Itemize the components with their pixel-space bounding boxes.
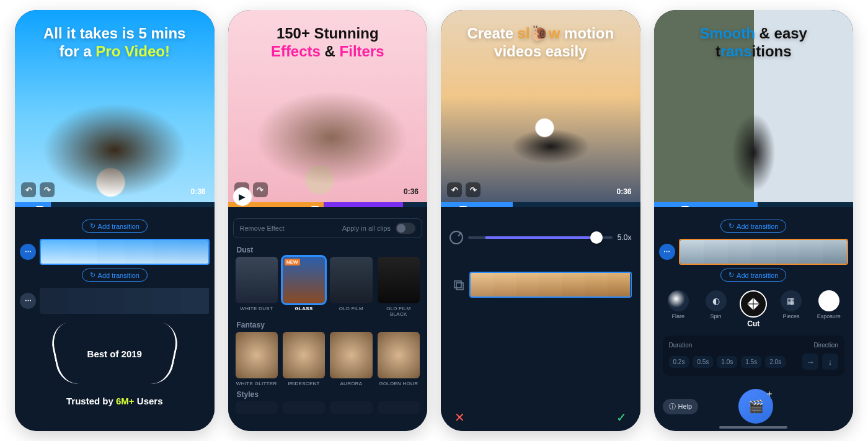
remove-effect-button[interactable]: Remove Effect (240, 225, 285, 232)
duration-0.2s[interactable]: 0.2s (669, 356, 689, 368)
effects-row-fantasy: WHITE GLITTER IRIDESCENT AURORA GOLDEN H… (233, 332, 423, 386)
pieces-icon: ▦ (781, 290, 802, 311)
clip-options-button-2[interactable]: ⋯ (20, 293, 36, 309)
add-transition-button-2[interactable]: ↻ Add transition (720, 269, 786, 282)
section-fantasy: Fantasy (237, 321, 423, 329)
speed-slider[interactable] (468, 236, 613, 239)
home-indicator (719, 426, 787, 429)
clip-row: ⋯ (659, 239, 849, 265)
trusted-text: Trusted by 6M+ Users (66, 396, 163, 406)
effect-white-dust[interactable]: WHITE DUST (236, 257, 278, 317)
play-button[interactable]: ▶ (233, 187, 252, 206)
clip-row-1: ⋯ (20, 239, 210, 265)
duration-1.5s[interactable]: 1.5s (741, 356, 761, 368)
effect-glass[interactable]: NEWGLASS (283, 257, 325, 317)
editor-panel-3: 5.0x ✕ ✓ (441, 207, 640, 431)
duration-2.0s[interactable]: 2.0s (765, 356, 786, 368)
confirm-button[interactable]: ✓ (616, 410, 627, 425)
effect-iridescent[interactable]: IRIDESCENT (283, 332, 325, 386)
direction-down[interactable]: ↓ (822, 354, 838, 370)
timeline-track[interactable] (228, 202, 428, 207)
undo-redo: ↶ ↷ (21, 182, 55, 197)
effect-white-glitter[interactable]: WHITE GLITTER (236, 332, 278, 386)
transition-flare[interactable]: Flare (663, 290, 694, 319)
undo-button[interactable]: ↶ (447, 182, 462, 197)
effect-old-film-black[interactable]: OLD FILM BLACK (378, 257, 420, 317)
transition-cut[interactable]: Cut (738, 290, 769, 328)
add-transition-button[interactable]: ↻ Add transition (82, 220, 148, 233)
editor-panel-4: ↻ Add transition ⋯ ↻ Add transition Flar… (654, 207, 854, 431)
redo-button[interactable]: ↷ (253, 182, 268, 197)
timeline-track[interactable] (15, 202, 215, 207)
effect-aurora[interactable]: AURORA (330, 332, 372, 386)
effect-toolbar: Remove Effect Apply in all clips (233, 218, 423, 238)
clip-row-2: ⋯ (20, 288, 210, 314)
hero-line1: 150+ Stunning (277, 25, 379, 43)
apply-all-label: Apply in all clips (342, 225, 391, 232)
hero-line2: transitions (715, 43, 792, 61)
svg-rect-3 (454, 281, 461, 288)
timecode: 0:36 (404, 187, 418, 196)
editor-panel-2: ▶ Remove Effect Apply in all clips Dust … (228, 207, 428, 431)
timecode: 0:36 (190, 187, 205, 196)
hero-line2: videos easily (494, 43, 587, 61)
plus-icon: ＋ (765, 388, 774, 399)
direction-right[interactable]: → (802, 354, 818, 370)
filmstrip[interactable] (469, 272, 632, 298)
filmstrip-1[interactable] (40, 239, 210, 265)
section-dust: Dust (237, 246, 423, 254)
hero-line1: Smooth & easy (700, 25, 807, 43)
editor-panel-1: ↻ Add transition ⋯ ↻ Add transition ⋯ (15, 207, 215, 431)
hero-line1: All it takes is 5 mins (43, 25, 185, 43)
effects-row-dust: WHITE DUST NEWGLASS OLD FILM OLD FILM BL… (233, 257, 423, 317)
transition-exposure[interactable]: Exposure (813, 290, 844, 319)
confirm-row: ✕ ✓ (441, 410, 640, 425)
duration-0.5s[interactable]: 0.5s (693, 356, 713, 368)
clip-options-button[interactable]: ⋯ (20, 244, 36, 260)
screenshot-4: Smooth & easy transitions ↻ Add transiti… (654, 10, 854, 431)
award-text: Best of 2019 (87, 349, 142, 359)
add-transition-button[interactable]: ↻ Add transition (720, 220, 786, 233)
effect-golden-hour[interactable]: GOLDEN HOUR (378, 332, 420, 386)
duration-1.0s[interactable]: 1.0s (717, 356, 737, 368)
transition-pieces[interactable]: ▦Pieces (776, 290, 807, 319)
cut-icon (740, 290, 767, 318)
speed-dial-icon (450, 231, 463, 244)
undo-button[interactable]: ↶ (21, 182, 36, 197)
effect-old-film[interactable]: OLD FILM (330, 257, 372, 317)
add-transition-button-2[interactable]: ↻ Add transition (82, 269, 148, 282)
undo-redo: ↶ ↷ (447, 182, 480, 197)
cancel-button[interactable]: ✕ (454, 410, 465, 425)
direction-label: Direction (814, 342, 838, 349)
redo-button[interactable]: ↷ (40, 182, 55, 197)
redo-button[interactable]: ↷ (466, 182, 480, 197)
help-button[interactable]: ⓘ Help (663, 399, 699, 414)
speed-knob[interactable] (590, 231, 603, 244)
crop-icon[interactable] (452, 278, 466, 292)
effects-row-styles (233, 401, 423, 414)
transition-spin[interactable]: ◐Spin (700, 290, 732, 319)
hero-4: Smooth & easy transitions (654, 10, 854, 202)
duration-direction-panel: Duration Direction 0.2s 0.5s 1.0s 1.5s 2… (663, 336, 845, 376)
filmstrip[interactable] (679, 239, 849, 265)
timeline-track[interactable] (441, 202, 640, 207)
svg-rect-4 (456, 283, 463, 290)
hero-3: Create sl🐌w motion videos easily ↶ ↷ 0:3… (441, 10, 640, 202)
screenshot-2: 150+ Stunning Effects & Filters ↶ ↷ 0:36… (228, 10, 428, 431)
apply-all-toggle[interactable] (396, 223, 415, 234)
filmstrip-2[interactable] (40, 288, 210, 314)
clip-options-button[interactable]: ⋯ (659, 244, 675, 260)
record-button[interactable]: 🎬＋ (738, 389, 773, 424)
exposure-icon (818, 290, 839, 311)
spin-icon: ◐ (706, 290, 727, 311)
screenshot-3: Create sl🐌w motion videos easily ↶ ↷ 0:3… (441, 10, 640, 431)
hero-line1: Create sl🐌w motion (467, 25, 614, 43)
transition-picker: Flare ◐Spin Cut ▦Pieces Exposure (659, 285, 849, 331)
hero-1: All it takes is 5 mins for a Pro Video! … (15, 10, 215, 202)
speed-value: 5.0x (618, 233, 632, 242)
duration-options: 0.2s 0.5s 1.0s 1.5s 2.0s (669, 356, 786, 368)
hero-2: 150+ Stunning Effects & Filters ↶ ↷ 0:36 (228, 10, 428, 202)
hero-line2: Effects & Filters (271, 43, 384, 61)
section-styles: Styles (237, 390, 423, 399)
snail-icon: 🐌 (530, 25, 549, 42)
